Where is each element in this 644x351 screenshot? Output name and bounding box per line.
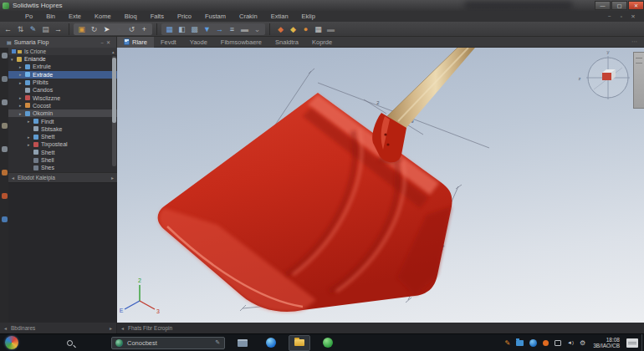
volume-icon[interactable]: ◄) xyxy=(567,340,574,345)
side-tool-icon[interactable] xyxy=(2,193,8,199)
tab-dimxpert[interactable]: Snaldtra xyxy=(268,37,305,48)
tree-item[interactable]: ▸ Cocost xyxy=(8,102,117,109)
status-left-section[interactable]: ◂ Bbdinares ▸ xyxy=(0,323,117,333)
menu-item[interactable]: Eklip xyxy=(295,13,322,20)
panel-close-button[interactable]: ✕ xyxy=(106,40,113,45)
collapsed-panel-bar[interactable]: ◂ Eliodot Kaleipia ▸ xyxy=(8,172,117,183)
measure-icon[interactable]: ▬ xyxy=(325,23,337,35)
back-arrow-icon[interactable]: ← xyxy=(2,23,14,35)
tree-item[interactable]: ▸ Pilbits xyxy=(8,79,117,86)
tree-item[interactable]: ▸ Extrule xyxy=(8,63,117,70)
maximize-button[interactable]: ▢ xyxy=(611,1,627,10)
expander-icon[interactable]: ▸ xyxy=(19,80,25,85)
menu-item[interactable]: Po xyxy=(18,13,39,20)
section-view-icon[interactable]: ◧ xyxy=(176,23,188,35)
close-button[interactable]: ✕ xyxy=(628,1,644,10)
tree-item[interactable]: ▸ Tixposteal xyxy=(8,140,117,148)
rotate-view-icon[interactable]: ↺ xyxy=(125,23,138,35)
model-canvas[interactable]: 90 90 00 2 9 xyxy=(117,48,644,323)
tab-evaluate[interactable]: Fibmsowbaere xyxy=(214,37,268,48)
tray-browser-icon[interactable] xyxy=(529,339,537,347)
side-tool-icon[interactable] xyxy=(2,123,8,129)
expander-icon[interactable]: ▸ xyxy=(28,119,33,124)
scrollbar-thumb[interactable] xyxy=(112,58,116,123)
expander-icon[interactable]: ▾ xyxy=(11,57,17,62)
tree-item[interactable]: ▸ Findt xyxy=(8,117,117,125)
tree-item-selected[interactable]: ▸ Extrade xyxy=(8,71,117,79)
menu-item[interactable]: Crakin xyxy=(233,13,264,20)
apply-arrow-icon[interactable]: → xyxy=(213,23,226,35)
side-tool-icon[interactable] xyxy=(2,99,8,105)
settings-gear-icon[interactable]: ⚙ xyxy=(580,339,585,347)
tree-item[interactable]: Sbtsake xyxy=(8,125,117,133)
chevron-right-icon[interactable]: ▸ xyxy=(108,175,117,181)
doc-minimize-button[interactable]: − xyxy=(604,13,616,20)
menu-item[interactable]: Fustam xyxy=(198,13,233,20)
side-tool-icon[interactable] xyxy=(2,76,8,82)
expander-icon[interactable]: ▸ xyxy=(19,95,25,100)
rebuild-icon[interactable]: ↻ xyxy=(88,23,100,35)
mate-icon[interactable]: ◆ xyxy=(274,23,287,35)
taskbar-app-files[interactable] xyxy=(289,335,310,351)
taskbar-app-green[interactable] xyxy=(317,335,339,351)
expander-icon[interactable]: ▸ xyxy=(28,142,33,147)
select-dark-icon[interactable]: ➤ xyxy=(113,23,125,35)
chevron-left-icon[interactable]: ◂ xyxy=(8,175,18,181)
tab-surfaces[interactable]: Yaode xyxy=(183,37,214,48)
forward-arrow-icon[interactable]: → xyxy=(52,23,64,35)
tree-item[interactable]: Candos xyxy=(8,86,117,94)
expander-icon[interactable]: ▸ xyxy=(19,64,25,69)
tree-item-highlighted[interactable]: ▸ Okomin xyxy=(8,109,117,117)
side-tool-icon[interactable] xyxy=(2,146,8,152)
tray-window-icon[interactable] xyxy=(555,340,561,346)
doc-close-button[interactable]: ✕ xyxy=(627,13,639,20)
expander-icon[interactable]: ▸ xyxy=(28,135,33,140)
side-tool-icon[interactable] xyxy=(2,216,8,222)
save-icon[interactable]: ▤ xyxy=(39,23,52,35)
appearance-icon[interactable]: ◆ xyxy=(287,23,299,35)
start-button[interactable] xyxy=(5,336,18,349)
viewport-3d[interactable]: 90 90 00 2 9 xyxy=(117,48,644,323)
tree-scrollbar[interactable]: ▴ xyxy=(112,56,116,166)
open-folder-icon[interactable]: ▣ xyxy=(75,23,88,35)
tab-addins[interactable]: Koprde xyxy=(305,37,339,48)
tree-item[interactable]: Shell xyxy=(8,156,117,164)
search-icon[interactable] xyxy=(67,340,73,346)
tree-filter-row[interactable]: Is Crione xyxy=(8,48,117,55)
filter-icon[interactable]: ▼ xyxy=(201,23,213,35)
menu-item[interactable]: Exte xyxy=(62,13,88,20)
menu-item[interactable]: Kome xyxy=(88,13,118,20)
list-icon[interactable]: ≡ xyxy=(226,23,238,35)
tree-item-root[interactable]: ▾ Eniande xyxy=(8,55,117,63)
layers-icon[interactable]: ▦ xyxy=(163,23,176,35)
touch-keyboard-icon[interactable] xyxy=(626,338,638,348)
tray-folder-icon[interactable] xyxy=(516,340,524,346)
pen-tool-icon[interactable]: ✎ xyxy=(27,23,39,35)
doc-restore-button[interactable]: ▫ xyxy=(616,13,627,20)
menu-item[interactable]: Prico xyxy=(171,13,198,20)
tab-features[interactable]: Rlare xyxy=(117,37,154,48)
expander-icon[interactable]: ▸ xyxy=(19,111,25,116)
grid-icon[interactable]: ▦ xyxy=(312,23,325,35)
menu-item[interactable]: Falts xyxy=(144,13,171,20)
menu-item[interactable]: Bloq xyxy=(118,13,144,20)
tree-item[interactable]: ▸ Shett xyxy=(8,133,117,140)
tree-item[interactable]: Shes xyxy=(8,164,117,171)
add-select-icon[interactable]: + xyxy=(138,23,151,35)
view-compass[interactable]: y z v xyxy=(579,49,637,99)
taskbar-app-monitor[interactable] xyxy=(232,335,253,351)
scroll-up-icon[interactable]: ▴ xyxy=(112,49,115,54)
reorder-icon[interactable]: ⇅ xyxy=(14,23,27,35)
side-tool-icon[interactable] xyxy=(2,170,8,176)
menu-item[interactable]: Extian xyxy=(264,13,295,20)
select-pointer-icon[interactable]: ➤ xyxy=(100,23,113,35)
menu-item[interactable]: Bin xyxy=(39,13,62,20)
tab-overflow-icon[interactable]: ⋯ xyxy=(631,38,637,45)
tree-item[interactable]: ▸ Wisclizzne xyxy=(8,94,117,101)
texture-icon[interactable]: ▩ xyxy=(188,23,201,35)
shovel-handle[interactable] xyxy=(387,48,475,130)
collapsed-toolbar-strip[interactable] xyxy=(633,52,644,109)
taskbar-app-browser[interactable] xyxy=(260,335,282,351)
expander-icon[interactable]: ▸ xyxy=(19,72,25,77)
taskbar-search-input[interactable]: Conocbest ✎ xyxy=(111,337,225,349)
